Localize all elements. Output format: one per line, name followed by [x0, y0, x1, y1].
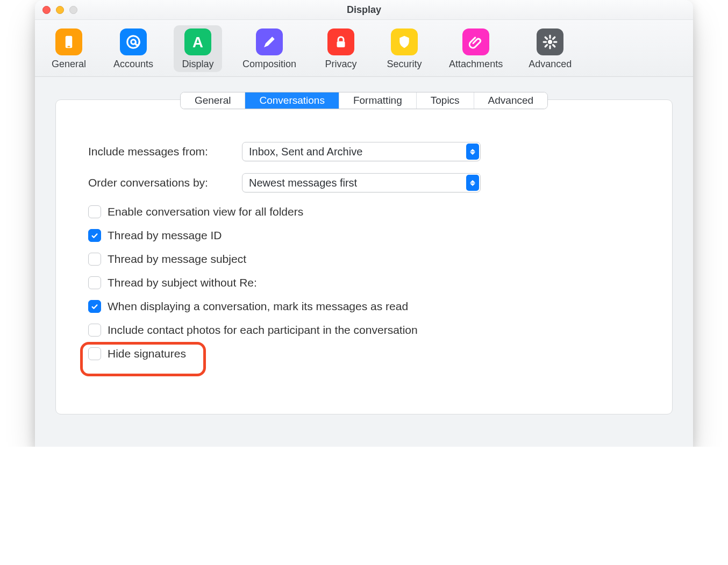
- shield-icon: [391, 28, 418, 55]
- toolbar-item-security[interactable]: Security: [380, 25, 429, 72]
- order-conversations-label: Order conversations by:: [88, 176, 233, 189]
- titlebar: Display: [35, 0, 693, 20]
- include-messages-value: Inbox, Sent and Archive: [249, 146, 362, 158]
- order-conversations-select[interactable]: Newest messages first: [242, 173, 481, 192]
- checkbox-label: Thread by subject without Re:: [108, 276, 257, 289]
- include-messages-select[interactable]: Inbox, Sent and Archive: [242, 142, 481, 161]
- toolbar-item-label: Composition: [242, 59, 296, 70]
- toolbar-item-general[interactable]: General: [45, 25, 93, 72]
- order-conversations-row: Order conversations by: Newest messages …: [88, 173, 640, 192]
- checkbox-label: Hide signatures: [108, 347, 186, 360]
- toolbar-item-attachments[interactable]: Attachments: [444, 25, 508, 72]
- toolbar-item-label: Accounts: [113, 59, 153, 70]
- letter-a-icon: [184, 28, 211, 55]
- checkbox-hide-signatures[interactable]: [88, 347, 101, 360]
- toolbar-item-label: General: [52, 59, 86, 70]
- checkbox-thread-subject[interactable]: [88, 253, 101, 266]
- tab-advanced[interactable]: Advanced: [474, 92, 548, 109]
- checkbox-thread-no-re[interactable]: [88, 276, 101, 289]
- content-area: GeneralConversationsFormattingTopicsAdva…: [35, 77, 693, 447]
- checkbox-row-contact-photos: Include contact photos for each particip…: [88, 324, 640, 337]
- checkbox-row-thread-id: Thread by message ID: [88, 229, 640, 242]
- toolbar-item-label: Display: [182, 59, 214, 70]
- include-messages-row: Include messages from: Inbox, Sent and A…: [88, 142, 640, 161]
- clip-icon: [462, 28, 489, 55]
- toolbar-item-composition[interactable]: Composition: [237, 25, 302, 72]
- lock-icon: [327, 28, 354, 55]
- checkbox-row-hide-signatures: Hide signatures: [88, 347, 640, 360]
- checkbox-mark-read[interactable]: [88, 300, 101, 313]
- include-messages-label: Include messages from:: [88, 145, 233, 158]
- toolbar-item-privacy[interactable]: Privacy: [317, 25, 365, 72]
- checkbox-label: Include contact photos for each particip…: [108, 324, 418, 337]
- checkbox-thread-id[interactable]: [88, 229, 101, 242]
- pencil-icon: [256, 28, 283, 55]
- tab-conversations[interactable]: Conversations: [245, 92, 339, 109]
- preferences-toolbar: GeneralAccountsDisplayCompositionPrivacy…: [35, 20, 693, 77]
- toolbar-item-advanced[interactable]: Advanced: [523, 25, 577, 72]
- display-tab-bar: GeneralConversationsFormattingTopicsAdva…: [180, 92, 548, 109]
- checkbox-row-enable-all: Enable conversation view for all folders: [88, 205, 640, 218]
- window-title: Display: [35, 4, 693, 16]
- checkbox-label: Thread by message subject: [108, 253, 246, 266]
- conversations-panel: Include messages from: Inbox, Sent and A…: [55, 99, 673, 414]
- chevron-up-down-icon: [466, 144, 479, 160]
- at-icon: [120, 28, 147, 55]
- tab-topics[interactable]: Topics: [417, 92, 474, 109]
- order-conversations-value: Newest messages first: [249, 177, 357, 189]
- chevron-up-down-icon: [466, 175, 479, 191]
- checkbox-label: When displaying a conversation, mark its…: [108, 300, 408, 313]
- checkbox-label: Enable conversation view for all folders: [108, 205, 303, 218]
- toolbar-item-label: Security: [387, 59, 422, 70]
- checkbox-row-thread-no-re: Thread by subject without Re:: [88, 276, 640, 289]
- phone-icon: [55, 28, 82, 55]
- checkbox-row-mark-read: When displaying a conversation, mark its…: [88, 300, 640, 313]
- checkbox-group: Enable conversation view for all folders…: [88, 205, 640, 360]
- gear-icon: [537, 28, 563, 55]
- checkbox-label: Thread by message ID: [108, 229, 222, 242]
- preferences-window: Display GeneralAccountsDisplayCompositio…: [35, 0, 693, 447]
- toolbar-item-label: Advanced: [529, 59, 572, 70]
- checkbox-enable-all[interactable]: [88, 205, 101, 218]
- checkbox-contact-photos[interactable]: [88, 324, 101, 337]
- checkbox-row-thread-subject: Thread by message subject: [88, 253, 640, 266]
- tab-formatting[interactable]: Formatting: [339, 92, 417, 109]
- toolbar-item-accounts[interactable]: Accounts: [108, 25, 159, 72]
- tab-general[interactable]: General: [181, 92, 246, 109]
- toolbar-item-label: Privacy: [325, 59, 357, 70]
- toolbar-item-display[interactable]: Display: [174, 25, 222, 72]
- toolbar-item-label: Attachments: [449, 59, 503, 70]
